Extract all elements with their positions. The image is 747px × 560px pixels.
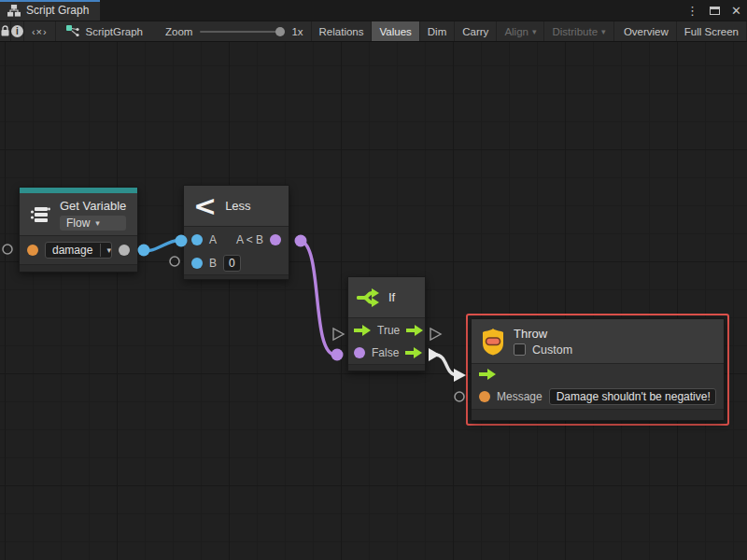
menu-kebab-icon[interactable]: ⋮ xyxy=(686,5,698,17)
info-icon: i xyxy=(11,25,23,37)
node-title: If xyxy=(388,290,395,304)
node-footer xyxy=(184,274,289,279)
node-get-variable[interactable]: Get Variable Flow ▾ damage ▾ xyxy=(19,187,138,273)
wire-endpoint[interactable] xyxy=(331,349,344,361)
flow-wire-end-arrow[interactable] xyxy=(454,369,466,382)
code-preview-button[interactable]: ‹×› xyxy=(24,21,56,41)
chevron-down-icon: ▾ xyxy=(601,27,606,36)
unconnected-flow-triangle[interactable] xyxy=(333,329,344,340)
toolbar-button-dim[interactable]: Dim xyxy=(420,21,455,41)
wire-endpoint[interactable] xyxy=(295,235,307,247)
node-title: Throw xyxy=(514,327,572,341)
node-less[interactable]: < Less A A < B B 0 xyxy=(183,185,289,280)
zoom-label: Zoom xyxy=(165,26,192,37)
throw-message-input-port[interactable] xyxy=(479,391,490,402)
graph-toolbar: i ‹×› ScriptGraph Zoom 1x Relations Valu… xyxy=(0,21,747,42)
wire-less-to-if-condition[interactable] xyxy=(301,241,335,355)
node-if[interactable]: If True False xyxy=(347,276,426,371)
lock-icon xyxy=(0,25,10,37)
toolbar-button-align[interactable]: Align ▾ xyxy=(497,21,544,41)
button-label: Values xyxy=(379,26,411,37)
variable-kind-value: Flow xyxy=(66,217,90,230)
if-true-output-port[interactable] xyxy=(406,325,423,336)
zoom-slider-handle[interactable] xyxy=(275,27,285,36)
button-label: Relations xyxy=(319,26,364,37)
script-graph-icon xyxy=(65,24,80,38)
lock-button[interactable] xyxy=(0,21,11,41)
unconnected-port-circle[interactable] xyxy=(170,257,179,266)
node-throw[interactable]: Throw Custom Message Damage shouldn't be… xyxy=(471,318,725,421)
less-output-label: A < B xyxy=(236,233,263,246)
branch-icon xyxy=(356,285,382,311)
throw-message-label: Message xyxy=(497,390,543,403)
if-false-output-port[interactable] xyxy=(405,347,422,358)
toolbar-button-carry[interactable]: Carry xyxy=(455,21,497,41)
button-label: Overview xyxy=(624,26,669,37)
tab-title: Script Graph xyxy=(26,4,89,17)
maximize-icon[interactable] xyxy=(710,7,720,15)
chevron-down-icon: ▾ xyxy=(95,218,100,228)
variable-name-value: damage xyxy=(52,244,92,257)
zoom-control: Zoom 1x xyxy=(152,21,312,41)
variable-kind-dropdown[interactable]: Flow ▾ xyxy=(60,216,126,231)
variable-icon xyxy=(29,203,51,226)
tab-script-graph[interactable]: Script Graph xyxy=(0,0,100,21)
button-label: Dim xyxy=(428,26,446,37)
graph-breadcrumb[interactable]: ScriptGraph xyxy=(56,21,152,41)
graph-name: ScriptGraph xyxy=(86,26,143,37)
variable-value-output-port[interactable] xyxy=(119,245,130,256)
tab-bar: Script Graph ⋮ ✕ xyxy=(0,0,747,21)
if-false-label: False xyxy=(372,346,399,359)
node-footer xyxy=(20,264,137,272)
node-footer xyxy=(348,364,425,371)
flow-wire-start-arrow[interactable] xyxy=(429,348,440,361)
toolbar-button-overview[interactable]: Overview xyxy=(616,21,677,41)
unconnected-flow-triangle[interactable] xyxy=(430,329,441,340)
node-title: Less xyxy=(225,199,250,213)
info-button[interactable]: i xyxy=(11,21,24,41)
throw-flow-input-port[interactable] xyxy=(479,369,496,380)
wire-damage-to-less-a[interactable] xyxy=(144,241,181,251)
less-icon: < xyxy=(193,195,217,217)
graph-hierarchy-icon xyxy=(7,5,21,17)
wire-if-false-to-throw[interactable] xyxy=(435,355,458,375)
unity-script-graph-window: Script Graph ⋮ ✕ i ‹×› xyxy=(0,0,747,560)
zoom-slider[interactable] xyxy=(200,31,284,33)
if-flow-input-port[interactable] xyxy=(354,325,371,336)
node-footer xyxy=(472,409,724,420)
if-true-label: True xyxy=(377,324,400,337)
throw-warning-icon xyxy=(481,328,505,356)
custom-checkbox[interactable] xyxy=(514,343,526,356)
wire-endpoint[interactable] xyxy=(138,245,150,257)
custom-checkbox-label: Custom xyxy=(532,343,572,357)
chevron-down-icon: ▾ xyxy=(532,27,537,36)
less-b-value-field[interactable]: 0 xyxy=(223,255,241,272)
active-tab-accent xyxy=(0,0,100,2)
button-label: Carry xyxy=(462,26,488,37)
toolbar-button-values[interactable]: Values xyxy=(372,21,419,41)
throw-message-field[interactable]: Damage shouldn't be negative! xyxy=(549,388,716,405)
toolbar-button-relations[interactable]: Relations xyxy=(312,21,373,41)
window-controls: ⋮ ✕ xyxy=(686,0,741,21)
node-title: Get Variable xyxy=(60,199,126,213)
button-label: Align xyxy=(504,26,529,37)
less-result-output-port[interactable] xyxy=(270,234,281,245)
zoom-value: 1x xyxy=(291,26,303,37)
less-input-a-port[interactable] xyxy=(191,234,203,245)
close-icon[interactable]: ✕ xyxy=(731,5,741,17)
unconnected-port-circle[interactable] xyxy=(3,245,12,254)
code-icon: ‹×› xyxy=(32,26,48,37)
toolbar-button-distribute[interactable]: Distribute ▾ xyxy=(544,21,613,41)
unconnected-port-circle[interactable] xyxy=(455,392,464,401)
less-input-b-port[interactable] xyxy=(191,258,203,269)
variable-name-field[interactable]: damage ▾ xyxy=(45,242,112,259)
if-condition-input-port[interactable] xyxy=(354,347,365,358)
button-label: Distribute xyxy=(552,26,598,37)
graph-canvas[interactable]: Get Variable Flow ▾ damage ▾ < xyxy=(0,42,747,560)
toolbar-button-fullscreen[interactable]: Full Screen xyxy=(677,21,747,41)
variable-name-input-port[interactable] xyxy=(27,245,38,256)
less-input-a-label: A xyxy=(209,233,217,246)
less-input-b-label: B xyxy=(209,257,217,270)
button-label: Full Screen xyxy=(684,26,739,37)
chevron-down-icon: ▾ xyxy=(100,244,112,257)
